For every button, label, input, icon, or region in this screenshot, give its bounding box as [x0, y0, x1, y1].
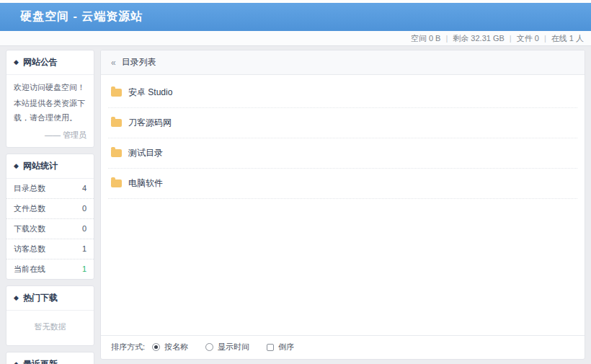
- sort-option-label: 显示时间: [218, 342, 249, 352]
- directory-item[interactable]: 刀客源码网: [108, 108, 577, 138]
- directory-list: 安卓 Studio 刀客源码网 测试目录 电脑软件: [101, 75, 585, 335]
- sidebar: ◆ 网站公告 欢迎访问硬盘空间！ 本站提供各类资源下载，请合理使用。 —— 管理…: [6, 50, 94, 360]
- page-title: 硬盘空间 - 云端资源站: [20, 9, 143, 25]
- sort-label: 排序方式:: [111, 342, 145, 352]
- collapse-icon[interactable]: «: [111, 58, 116, 68]
- sort-option-reverse[interactable]: 倒序: [267, 342, 294, 352]
- stat-row: 下载次数 0: [6, 219, 94, 239]
- directory-name: 测试目录: [128, 147, 163, 159]
- diamond-icon: ◆: [14, 295, 19, 301]
- folder-icon: [111, 149, 122, 157]
- sort-option-label: 倒序: [278, 342, 294, 352]
- diamond-icon: ◆: [14, 59, 19, 66]
- stat-label: 访客总数: [14, 244, 45, 254]
- status-space: 空间 0 B: [411, 33, 441, 44]
- stat-row: 目录总数 4: [6, 179, 94, 199]
- diamond-icon: ◆: [14, 361, 19, 364]
- stat-label: 目录总数: [14, 183, 45, 194]
- diamond-icon: ◆: [14, 163, 19, 169]
- sort-option-label: 按名称: [164, 342, 188, 352]
- content-area: ◆ 网站公告 欢迎访问硬盘空间！ 本站提供各类资源下载，请合理使用。 —— 管理…: [0, 46, 591, 364]
- directory-name: 安卓 Studio: [128, 86, 172, 99]
- folder-icon: [111, 179, 122, 187]
- radio-unchecked-icon[interactable]: [205, 343, 213, 351]
- stats-card: ◆ 网站统计 目录总数 4 文件总数 0 下载次数 0: [6, 154, 94, 280]
- announcement-title: 网站公告: [23, 56, 58, 68]
- directory-item[interactable]: 电脑软件: [108, 169, 577, 199]
- stat-value-online: 1: [82, 265, 86, 273]
- status-remaining: 剩余 32.31 GB: [453, 33, 505, 44]
- hot-downloads-card: ◆ 热门下载 暂无数据: [6, 285, 94, 346]
- directory-panel-header: « 目录列表: [101, 50, 585, 75]
- stats-header: ◆ 网站统计: [6, 154, 94, 179]
- directory-item[interactable]: 安卓 Studio: [108, 78, 577, 108]
- directory-panel: « 目录列表 安卓 Studio 刀客源码网 测试目录 电脑: [100, 50, 585, 360]
- status-bar: 空间 0 B | 剩余 32.31 GB | 文件 0 | 在线 1 人: [0, 31, 591, 46]
- stats-title: 网站统计: [23, 160, 58, 172]
- stat-value: 0: [82, 204, 86, 213]
- directory-name: 刀客源码网: [128, 117, 172, 129]
- stat-row: 访客总数 1: [6, 239, 94, 259]
- announcement-line: 欢迎访问硬盘空间！: [14, 81, 86, 94]
- stat-label: 文件总数: [14, 203, 45, 214]
- hot-downloads-empty: 暂无数据: [6, 311, 94, 345]
- announcement-body: 欢迎访问硬盘空间！ 本站提供各类资源下载，请合理使用。: [6, 75, 94, 130]
- sort-option-by-time[interactable]: 显示时间: [205, 342, 249, 352]
- recent-updates-title: 最近更新: [23, 358, 58, 364]
- stat-value: 1: [82, 244, 86, 253]
- page: 硬盘空间 - 云端资源站 空间 0 B | 剩余 32.31 GB | 文件 0…: [0, 0, 591, 364]
- announcement-line: 本站提供各类资源下载，请合理使用。: [14, 97, 86, 125]
- announcement-signature: —— 管理员: [6, 130, 94, 147]
- status-separator: |: [510, 34, 512, 43]
- announcement-card: ◆ 网站公告 欢迎访问硬盘空间！ 本站提供各类资源下载，请合理使用。 —— 管理…: [6, 50, 94, 148]
- status-separator: |: [445, 34, 448, 43]
- stats-list: 目录总数 4 文件总数 0 下载次数 0 访客总数 1: [6, 179, 94, 279]
- stat-value: 0: [82, 224, 86, 233]
- status-separator: |: [544, 34, 546, 43]
- directory-panel-title: 目录列表: [122, 56, 156, 68]
- hot-downloads-title: 热门下载: [23, 292, 58, 304]
- recent-updates-header: ◆ 最近更新: [6, 352, 94, 364]
- stat-row: 文件总数 0: [6, 199, 94, 219]
- stat-label: 当前在线: [14, 264, 45, 275]
- status-online: 在线 1 人: [551, 33, 584, 44]
- recent-updates-card: ◆ 最近更新 暂无数据: [6, 352, 94, 364]
- hot-downloads-header: ◆ 热门下载: [6, 286, 94, 311]
- sort-bar: 排序方式: 按名称 显示时间 倒序: [101, 335, 585, 359]
- directory-item[interactable]: 测试目录: [108, 138, 577, 169]
- stat-row: 当前在线 1: [6, 259, 94, 279]
- app-header: 硬盘空间 - 云端资源站: [0, 3, 591, 31]
- sort-option-by-name[interactable]: 按名称: [152, 342, 188, 352]
- folder-icon: [111, 89, 122, 97]
- announcement-header: ◆ 网站公告: [6, 50, 94, 75]
- directory-name: 电脑软件: [128, 177, 163, 190]
- folder-icon: [111, 119, 122, 127]
- radio-checked-icon[interactable]: [152, 343, 160, 351]
- stat-value: 4: [82, 184, 86, 192]
- checkbox-unchecked-icon[interactable]: [267, 344, 274, 351]
- status-files: 文件 0: [517, 33, 539, 44]
- stat-label: 下载次数: [14, 223, 45, 234]
